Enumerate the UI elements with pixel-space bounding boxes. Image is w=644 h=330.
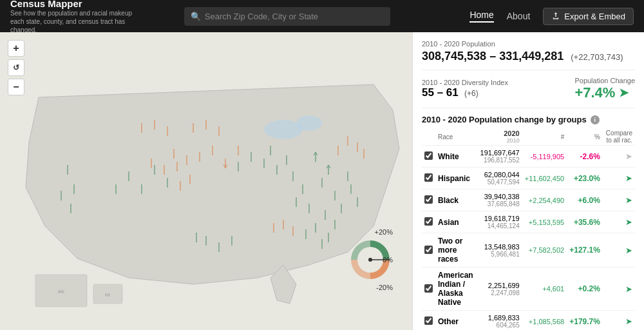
- legend-top-label: +20%: [375, 228, 393, 236]
- row-change-num-cell: +2,254,490: [522, 189, 567, 211]
- row-checkbox-3[interactable]: [424, 217, 433, 226]
- change-num-val: +1,085,568: [529, 318, 564, 325]
- pop-2010-val: 14,465,124: [480, 222, 520, 229]
- table-row: Two or more races 13,548,983 5,966,481 +…: [422, 233, 635, 267]
- row-pop-cell: 1,689,833 604,265: [478, 311, 522, 331]
- compare-arrow-icon: ➤: [625, 151, 632, 161]
- race-name: Other: [438, 317, 459, 326]
- info-icon[interactable]: i: [591, 115, 600, 124]
- row-checkbox-cell: [422, 168, 435, 189]
- nav-about[interactable]: About: [507, 11, 531, 21]
- change-pct-val: +35.6%: [574, 218, 600, 227]
- race-name: Two or more races: [438, 237, 462, 264]
- race-name: White: [438, 152, 459, 161]
- compare-arrow-icon: ➤: [625, 217, 632, 227]
- header: Census Mapper See how the population and…: [0, 0, 644, 32]
- change-pct-val: +0.2%: [578, 284, 600, 293]
- zoom-in-button[interactable]: +: [8, 40, 24, 57]
- row-change-pct-cell: +35.6%: [567, 211, 603, 233]
- search-icon: 🔍: [191, 12, 201, 21]
- pop-2010: 308,745,538: [422, 50, 486, 63]
- row-change-pct-cell: +0.2%: [567, 267, 603, 311]
- row-checkbox-2[interactable]: [424, 195, 433, 204]
- legend-zero-label: 0%: [383, 256, 393, 264]
- pop-change-inline: (+22,703,743): [571, 52, 623, 62]
- compare-arrow-icon: ➤: [625, 316, 632, 326]
- brand: Census Mapper See how the population and…: [10, 0, 139, 34]
- col-check: [422, 128, 435, 146]
- row-checkbox-5[interactable]: [424, 284, 433, 293]
- row-checkbox-cell: [422, 189, 435, 211]
- race-table: Race 2020 2010 # % Compare to all rac. W…: [422, 128, 635, 330]
- diversity-label: 2010 - 2020 Diversity Index: [422, 79, 508, 86]
- pop-2020-val: 191,697,647: [480, 149, 520, 157]
- row-compare-cell: ➤: [603, 146, 635, 168]
- change-pct-val: -2.6%: [580, 152, 600, 161]
- row-checkbox-6[interactable]: [424, 316, 433, 325]
- table-row: American Indian / Alaska Native 2,251,69…: [422, 267, 635, 311]
- pop-2010-val: 37,685,848: [480, 200, 520, 208]
- col-change-pct-header: %: [567, 128, 603, 146]
- compare-arrow-icon: ➤: [625, 173, 632, 183]
- row-pop-cell: 19,618,719 14,465,124: [478, 211, 522, 233]
- row-checkbox-1[interactable]: [424, 173, 433, 182]
- row-compare-cell: ➤: [603, 233, 635, 267]
- row-change-pct-cell: +6.0%: [567, 189, 603, 211]
- legend-arc: 0%: [348, 237, 393, 282]
- row-compare-cell: ➤: [603, 267, 635, 311]
- row-checkbox-cell: [422, 233, 435, 267]
- row-change-pct-cell: +179.7%: [567, 311, 603, 331]
- export-button[interactable]: Export & Embed: [543, 8, 634, 25]
- pop-range: 308,745,538 – 331,449,281: [422, 50, 567, 63]
- row-change-num-cell: +11,602,450: [522, 168, 567, 189]
- col-race-header: Race: [435, 128, 478, 146]
- change-num-val: +5,153,595: [529, 218, 564, 226]
- row-checkbox-cell: [422, 146, 435, 168]
- compare-arrow-icon: ➤: [625, 195, 632, 205]
- row-name-cell: Other: [435, 311, 478, 331]
- pop-change-pct: +7.4% ➤: [574, 84, 635, 101]
- row-checkbox-0[interactable]: [424, 151, 433, 160]
- row-change-num-cell: +7,582,502: [522, 233, 567, 267]
- row-change-num-cell: -5,119,905: [522, 146, 567, 168]
- pop-2010-val: 2,247,098: [480, 289, 520, 296]
- history-button[interactable]: ↺: [8, 59, 24, 76]
- row-name-cell: Black: [435, 189, 478, 211]
- table-row: Hispanic 62,080,044 50,477,594 +11,602,4…: [422, 168, 635, 189]
- row-change-pct-cell: +23.0%: [567, 168, 603, 189]
- pop-2020-val: 1,689,833: [488, 314, 520, 322]
- row-checkbox-cell: [422, 311, 435, 331]
- main-content: + ↺ −: [0, 32, 644, 330]
- row-name-cell: Hispanic: [435, 168, 478, 189]
- row-pop-cell: 191,697,647 196,817,552: [478, 146, 522, 168]
- row-name-cell: Asian: [435, 211, 478, 233]
- pop-2020-val: 13,548,983: [484, 243, 520, 251]
- table-row: White 191,697,647 196,817,552 -5,119,905…: [422, 146, 635, 168]
- row-checkbox-4[interactable]: [424, 246, 433, 254]
- change-pct-val: +127.1%: [569, 246, 600, 255]
- svg-point-75: [368, 258, 372, 262]
- race-name: Black: [438, 196, 459, 205]
- change-num-val: +2,254,490: [529, 197, 564, 204]
- search-input[interactable]: [184, 7, 390, 26]
- row-compare-cell: ➤: [603, 189, 635, 211]
- race-name: American Indian / Alaska Native: [438, 271, 473, 307]
- row-change-num-cell: +5,153,595: [522, 211, 567, 233]
- nav: Home About Export & Embed: [469, 8, 634, 25]
- row-change-num-cell: +4,601: [522, 267, 567, 311]
- svg-text:AK: AK: [58, 289, 65, 295]
- row-checkbox-cell: [422, 267, 435, 311]
- row-change-pct-cell: +127.1%: [567, 233, 603, 267]
- row-change-pct-cell: -2.6%: [567, 146, 603, 168]
- row-name-cell: American Indian / Alaska Native: [435, 267, 478, 311]
- map-controls: + ↺ −: [8, 40, 24, 95]
- row-compare-cell: ➤: [603, 211, 635, 233]
- row-name-cell: White: [435, 146, 478, 168]
- nav-home[interactable]: Home: [469, 10, 493, 23]
- change-num-val: -5,119,905: [531, 153, 565, 160]
- pop-2020-val: 62,080,044: [484, 171, 520, 179]
- zoom-out-button[interactable]: −: [8, 79, 24, 95]
- diversity-val: 55 – 61: [422, 86, 459, 99]
- row-change-num-cell: +1,085,568: [522, 311, 567, 331]
- col-pop-header: 2020 2010: [478, 128, 522, 146]
